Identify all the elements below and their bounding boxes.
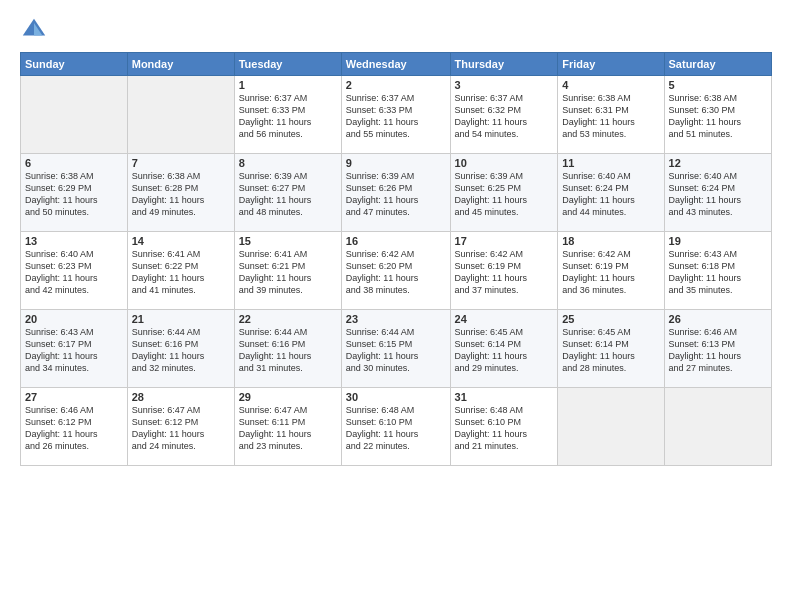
week-row-5: 27Sunrise: 6:46 AM Sunset: 6:12 PM Dayli…: [21, 388, 772, 466]
day-cell: 13Sunrise: 6:40 AM Sunset: 6:23 PM Dayli…: [21, 232, 128, 310]
day-info: Sunrise: 6:44 AM Sunset: 6:16 PM Dayligh…: [132, 326, 230, 375]
day-cell: 16Sunrise: 6:42 AM Sunset: 6:20 PM Dayli…: [341, 232, 450, 310]
day-number: 30: [346, 391, 446, 403]
day-number: 21: [132, 313, 230, 325]
day-cell: 5Sunrise: 6:38 AM Sunset: 6:30 PM Daylig…: [664, 76, 771, 154]
day-number: 24: [455, 313, 554, 325]
day-info: Sunrise: 6:37 AM Sunset: 6:32 PM Dayligh…: [455, 92, 554, 141]
day-info: Sunrise: 6:42 AM Sunset: 6:19 PM Dayligh…: [455, 248, 554, 297]
day-cell: 19Sunrise: 6:43 AM Sunset: 6:18 PM Dayli…: [664, 232, 771, 310]
day-cell: 2Sunrise: 6:37 AM Sunset: 6:33 PM Daylig…: [341, 76, 450, 154]
day-info: Sunrise: 6:38 AM Sunset: 6:28 PM Dayligh…: [132, 170, 230, 219]
logo-icon: [20, 16, 48, 44]
day-cell: 21Sunrise: 6:44 AM Sunset: 6:16 PM Dayli…: [127, 310, 234, 388]
day-cell: 22Sunrise: 6:44 AM Sunset: 6:16 PM Dayli…: [234, 310, 341, 388]
week-row-4: 20Sunrise: 6:43 AM Sunset: 6:17 PM Dayli…: [21, 310, 772, 388]
day-cell: 6Sunrise: 6:38 AM Sunset: 6:29 PM Daylig…: [21, 154, 128, 232]
day-info: Sunrise: 6:41 AM Sunset: 6:22 PM Dayligh…: [132, 248, 230, 297]
day-cell: 14Sunrise: 6:41 AM Sunset: 6:22 PM Dayli…: [127, 232, 234, 310]
weekday-header-wednesday: Wednesday: [341, 53, 450, 76]
day-number: 15: [239, 235, 337, 247]
day-number: 5: [669, 79, 767, 91]
day-cell: [558, 388, 664, 466]
day-info: Sunrise: 6:48 AM Sunset: 6:10 PM Dayligh…: [455, 404, 554, 453]
day-info: Sunrise: 6:37 AM Sunset: 6:33 PM Dayligh…: [239, 92, 337, 141]
day-number: 7: [132, 157, 230, 169]
day-cell: 15Sunrise: 6:41 AM Sunset: 6:21 PM Dayli…: [234, 232, 341, 310]
weekday-header-thursday: Thursday: [450, 53, 558, 76]
day-info: Sunrise: 6:45 AM Sunset: 6:14 PM Dayligh…: [455, 326, 554, 375]
day-info: Sunrise: 6:39 AM Sunset: 6:25 PM Dayligh…: [455, 170, 554, 219]
day-info: Sunrise: 6:38 AM Sunset: 6:30 PM Dayligh…: [669, 92, 767, 141]
day-cell: [664, 388, 771, 466]
day-cell: 31Sunrise: 6:48 AM Sunset: 6:10 PM Dayli…: [450, 388, 558, 466]
day-cell: 27Sunrise: 6:46 AM Sunset: 6:12 PM Dayli…: [21, 388, 128, 466]
day-cell: 17Sunrise: 6:42 AM Sunset: 6:19 PM Dayli…: [450, 232, 558, 310]
day-info: Sunrise: 6:42 AM Sunset: 6:20 PM Dayligh…: [346, 248, 446, 297]
day-info: Sunrise: 6:39 AM Sunset: 6:27 PM Dayligh…: [239, 170, 337, 219]
day-number: 25: [562, 313, 659, 325]
day-cell: 7Sunrise: 6:38 AM Sunset: 6:28 PM Daylig…: [127, 154, 234, 232]
day-number: 6: [25, 157, 123, 169]
week-row-2: 6Sunrise: 6:38 AM Sunset: 6:29 PM Daylig…: [21, 154, 772, 232]
day-number: 13: [25, 235, 123, 247]
day-info: Sunrise: 6:48 AM Sunset: 6:10 PM Dayligh…: [346, 404, 446, 453]
weekday-header-friday: Friday: [558, 53, 664, 76]
day-info: Sunrise: 6:47 AM Sunset: 6:12 PM Dayligh…: [132, 404, 230, 453]
day-info: Sunrise: 6:40 AM Sunset: 6:23 PM Dayligh…: [25, 248, 123, 297]
day-info: Sunrise: 6:39 AM Sunset: 6:26 PM Dayligh…: [346, 170, 446, 219]
day-number: 22: [239, 313, 337, 325]
weekday-header-tuesday: Tuesday: [234, 53, 341, 76]
day-cell: 26Sunrise: 6:46 AM Sunset: 6:13 PM Dayli…: [664, 310, 771, 388]
day-info: Sunrise: 6:47 AM Sunset: 6:11 PM Dayligh…: [239, 404, 337, 453]
day-cell: 24Sunrise: 6:45 AM Sunset: 6:14 PM Dayli…: [450, 310, 558, 388]
day-cell: 23Sunrise: 6:44 AM Sunset: 6:15 PM Dayli…: [341, 310, 450, 388]
day-cell: 25Sunrise: 6:45 AM Sunset: 6:14 PM Dayli…: [558, 310, 664, 388]
day-cell: 1Sunrise: 6:37 AM Sunset: 6:33 PM Daylig…: [234, 76, 341, 154]
day-info: Sunrise: 6:42 AM Sunset: 6:19 PM Dayligh…: [562, 248, 659, 297]
day-number: 18: [562, 235, 659, 247]
day-cell: [127, 76, 234, 154]
day-number: 17: [455, 235, 554, 247]
day-number: 10: [455, 157, 554, 169]
header: [20, 16, 772, 44]
day-number: 28: [132, 391, 230, 403]
page: SundayMondayTuesdayWednesdayThursdayFrid…: [0, 0, 792, 612]
day-cell: 18Sunrise: 6:42 AM Sunset: 6:19 PM Dayli…: [558, 232, 664, 310]
day-info: Sunrise: 6:40 AM Sunset: 6:24 PM Dayligh…: [562, 170, 659, 219]
day-info: Sunrise: 6:38 AM Sunset: 6:29 PM Dayligh…: [25, 170, 123, 219]
day-number: 3: [455, 79, 554, 91]
day-info: Sunrise: 6:43 AM Sunset: 6:17 PM Dayligh…: [25, 326, 123, 375]
day-number: 29: [239, 391, 337, 403]
day-cell: 28Sunrise: 6:47 AM Sunset: 6:12 PM Dayli…: [127, 388, 234, 466]
weekday-header-monday: Monday: [127, 53, 234, 76]
day-number: 12: [669, 157, 767, 169]
logo: [20, 16, 52, 44]
day-info: Sunrise: 6:44 AM Sunset: 6:15 PM Dayligh…: [346, 326, 446, 375]
day-cell: 30Sunrise: 6:48 AM Sunset: 6:10 PM Dayli…: [341, 388, 450, 466]
day-number: 2: [346, 79, 446, 91]
weekday-header-saturday: Saturday: [664, 53, 771, 76]
day-number: 27: [25, 391, 123, 403]
day-number: 23: [346, 313, 446, 325]
weekday-header-sunday: Sunday: [21, 53, 128, 76]
day-number: 20: [25, 313, 123, 325]
day-number: 4: [562, 79, 659, 91]
day-number: 9: [346, 157, 446, 169]
day-info: Sunrise: 6:43 AM Sunset: 6:18 PM Dayligh…: [669, 248, 767, 297]
day-info: Sunrise: 6:41 AM Sunset: 6:21 PM Dayligh…: [239, 248, 337, 297]
day-cell: 29Sunrise: 6:47 AM Sunset: 6:11 PM Dayli…: [234, 388, 341, 466]
day-info: Sunrise: 6:45 AM Sunset: 6:14 PM Dayligh…: [562, 326, 659, 375]
day-number: 1: [239, 79, 337, 91]
day-info: Sunrise: 6:37 AM Sunset: 6:33 PM Dayligh…: [346, 92, 446, 141]
day-number: 26: [669, 313, 767, 325]
day-cell: 12Sunrise: 6:40 AM Sunset: 6:24 PM Dayli…: [664, 154, 771, 232]
day-info: Sunrise: 6:46 AM Sunset: 6:12 PM Dayligh…: [25, 404, 123, 453]
day-cell: 4Sunrise: 6:38 AM Sunset: 6:31 PM Daylig…: [558, 76, 664, 154]
day-cell: 10Sunrise: 6:39 AM Sunset: 6:25 PM Dayli…: [450, 154, 558, 232]
day-number: 16: [346, 235, 446, 247]
weekday-header-row: SundayMondayTuesdayWednesdayThursdayFrid…: [21, 53, 772, 76]
day-info: Sunrise: 6:38 AM Sunset: 6:31 PM Dayligh…: [562, 92, 659, 141]
week-row-1: 1Sunrise: 6:37 AM Sunset: 6:33 PM Daylig…: [21, 76, 772, 154]
day-info: Sunrise: 6:46 AM Sunset: 6:13 PM Dayligh…: [669, 326, 767, 375]
